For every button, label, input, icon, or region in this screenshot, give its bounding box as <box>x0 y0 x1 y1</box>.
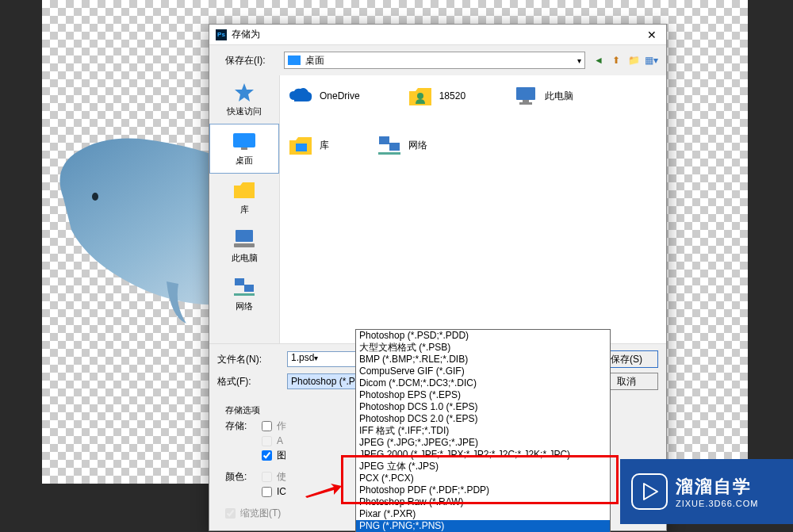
file-label: OneDrive <box>320 90 360 101</box>
storage-sub-label: 存储: <box>225 419 257 433</box>
savein-row: 保存在(I): 桌面 ▾ ◄ ⬆ 📁 ▦▾ <box>209 45 666 75</box>
titlebar: Ps 存储为 ✕ <box>209 25 666 45</box>
sidebar-item-label: 桌面 <box>236 155 253 166</box>
checkbox-copy[interactable] <box>262 421 272 431</box>
file-item-library[interactable]: 库 <box>288 132 329 158</box>
format-option[interactable]: Photoshop DCS 2.0 (*.EPS) <box>356 413 610 425</box>
format-option[interactable]: Pixar (*.PXR) <box>356 508 610 520</box>
places-sidebar: 快速访问 桌面 库 此电脑 网络 <box>209 75 280 343</box>
watermark-brand: 溜溜自学 <box>676 475 758 499</box>
svg-rect-16 <box>378 152 400 155</box>
format-option[interactable]: 大型文档格式 (*.PSB) <box>356 342 610 354</box>
desktop-icon <box>232 131 257 151</box>
format-option[interactable]: JPEG 立体 (*.JPS) <box>356 461 610 473</box>
svg-marker-17 <box>644 484 657 499</box>
format-option[interactable]: IFF 格式 (*.IFF;*.TDI) <box>356 425 610 437</box>
library-icon <box>288 134 313 156</box>
file-item-network[interactable]: 网络 <box>377 132 427 158</box>
file-item-user[interactable]: 18520 <box>408 83 465 109</box>
dialog-title: 存储为 <box>232 28 644 41</box>
sidebar-item-label: 此电脑 <box>232 252 258 264</box>
new-folder-icon[interactable]: 📁 <box>626 53 641 67</box>
format-dropdown-list[interactable]: Photoshop (*.PSD;*.PDD)大型文档格式 (*.PSB)BMP… <box>355 329 611 532</box>
chevron-down-icon: ▾ <box>577 56 581 65</box>
close-icon[interactable]: ✕ <box>644 29 660 41</box>
svg-point-0 <box>92 193 98 201</box>
format-option[interactable]: PCX (*.PCX) <box>356 473 610 484</box>
sidebar-item-network[interactable]: 网络 <box>209 270 279 319</box>
format-option[interactable]: Photoshop PDF (*.PDF;*.PDP) <box>356 484 610 496</box>
svg-point-9 <box>417 93 423 99</box>
sidebar-item-label: 网络 <box>236 300 253 312</box>
svg-marker-1 <box>235 83 254 101</box>
play-icon <box>631 473 668 510</box>
star-icon <box>232 82 257 102</box>
svg-rect-5 <box>234 243 255 247</box>
format-option[interactable]: Photoshop Raw (*.RAW) <box>356 496 610 508</box>
file-label: 网络 <box>408 139 427 152</box>
file-label: 此电脑 <box>545 90 573 103</box>
format-label: 格式(F): <box>217 375 279 388</box>
sidebar-item-library[interactable]: 库 <box>209 174 279 222</box>
file-label: 库 <box>320 139 329 152</box>
checkbox-layers[interactable] <box>262 450 272 461</box>
sidebar-item-label: 库 <box>240 204 249 216</box>
sidebar-item-quickaccess[interactable]: 快速访问 <box>209 75 279 124</box>
format-option[interactable]: Dicom (*.DCM;*.DC3;*.DIC) <box>356 377 610 389</box>
filename-label: 文件名(N): <box>217 353 279 366</box>
svg-rect-2 <box>233 133 255 147</box>
file-item-onedrive[interactable]: OneDrive <box>288 83 360 109</box>
svg-rect-13 <box>296 144 307 151</box>
format-option[interactable]: BMP (*.BMP;*.RLE;*.DIB) <box>356 354 610 366</box>
watermark: 溜溜自学 ZIXUE.3D66.COM <box>620 459 793 524</box>
svg-rect-15 <box>389 143 400 151</box>
svg-rect-3 <box>241 147 247 150</box>
svg-rect-7 <box>244 285 254 292</box>
onedrive-icon <box>288 85 313 107</box>
toolbar-icons: ◄ ⬆ 📁 ▦▾ <box>592 53 658 67</box>
pc-icon <box>232 228 257 249</box>
checkbox-icc[interactable] <box>262 487 272 497</box>
format-option[interactable]: Photoshop DCS 1.0 (*.EPS) <box>356 401 610 413</box>
svg-rect-11 <box>523 100 529 102</box>
back-icon[interactable]: ◄ <box>592 53 606 67</box>
svg-rect-10 <box>516 87 535 100</box>
folder-icon <box>232 180 257 201</box>
desktop-mini-icon <box>288 55 301 65</box>
format-option[interactable]: CompuServe GIF (*.GIF) <box>356 366 610 377</box>
annotation-arrow-icon <box>304 482 343 499</box>
format-option[interactable]: PNG (*.PNG;*.PNS) <box>356 520 610 532</box>
checkbox-thumb <box>225 508 236 519</box>
checkbox-proof <box>262 472 272 482</box>
view-icon[interactable]: ▦▾ <box>644 53 658 67</box>
svg-rect-4 <box>236 230 253 242</box>
color-label: 颜色: <box>225 470 257 484</box>
sidebar-item-thispc[interactable]: 此电脑 <box>209 222 279 270</box>
savein-dropdown[interactable]: 桌面 ▾ <box>284 52 585 69</box>
format-option[interactable]: JPEG 2000 (*.JPF;*.JPX;*.JP2;*.J2C;*.J2K… <box>356 449 610 461</box>
format-option[interactable]: JPEG (*.JPG;*.JPEG;*.JPE) <box>356 437 610 449</box>
file-item-thispc[interactable]: 此电脑 <box>513 83 573 109</box>
sidebar-item-desktop[interactable]: 桌面 <box>209 124 279 174</box>
network-icon <box>232 277 257 297</box>
savein-label: 保存在(I): <box>225 54 278 67</box>
up-icon[interactable]: ⬆ <box>609 53 623 67</box>
svg-rect-14 <box>379 136 389 144</box>
watermark-url: ZIXUE.3D66.COM <box>676 499 758 508</box>
photoshop-icon: Ps <box>216 29 227 40</box>
sidebar-item-label: 快速访问 <box>227 105 262 117</box>
format-option[interactable]: Photoshop (*.PSD;*.PDD) <box>356 330 610 342</box>
checkbox-alpha <box>262 436 272 446</box>
file-list[interactable]: OneDrive 18520 此电脑 库 网络 <box>280 75 666 343</box>
svg-rect-8 <box>234 293 255 296</box>
svg-rect-12 <box>519 102 532 105</box>
user-folder-icon <box>408 85 433 107</box>
network-icon <box>377 134 402 156</box>
savein-value: 桌面 <box>305 54 324 67</box>
file-label: 18520 <box>439 90 465 101</box>
svg-rect-6 <box>235 278 244 285</box>
pc-icon <box>513 85 538 107</box>
format-option[interactable]: Photoshop EPS (*.EPS) <box>356 389 610 401</box>
